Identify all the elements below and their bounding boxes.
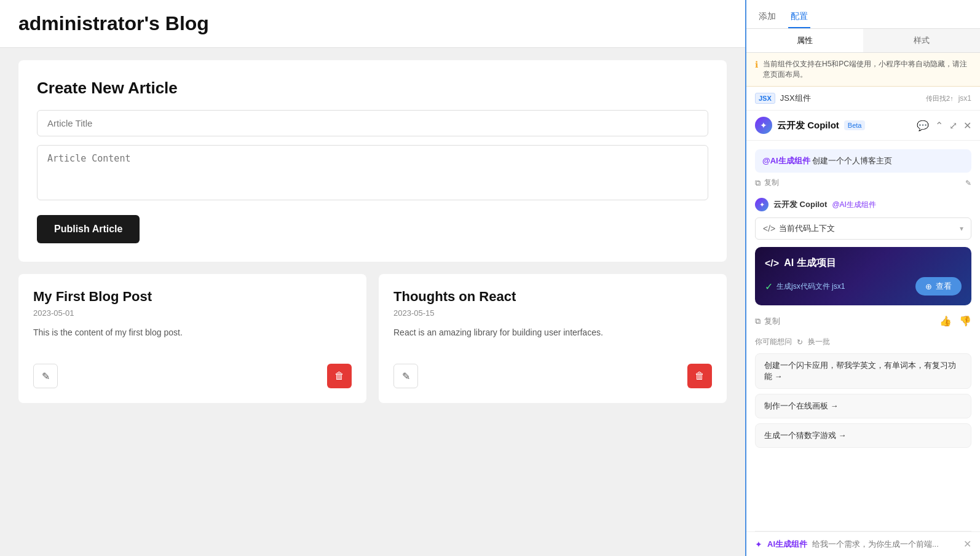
post-card-0: My First Blog Post 2023-05-01 This is th… [18, 274, 366, 403]
user-ai-tag: @AI生成组件 [762, 156, 810, 165]
delete-button-0[interactable]: 🗑 [327, 364, 352, 388]
blog-content: Create New Article Publish Article My Fi… [0, 48, 745, 415]
copilot-logo-icon: ✦ [755, 117, 772, 134]
post-title-0: My First Blog Post [33, 289, 352, 305]
close-icon[interactable]: ✕ [963, 120, 971, 131]
copy-row-user: ⧉ 复制 ✎ [755, 175, 971, 190]
warning-text: 当前组件仅支持在H5和PC端使用，小程序中将自动隐藏，请注意页面布局。 [763, 59, 971, 80]
props-tab-button[interactable]: 属性 [746, 29, 863, 52]
post-date-0: 2023-05-01 [33, 308, 352, 318]
copy-row2-left: ⧉ 复制 [755, 316, 780, 327]
delete-button-1[interactable]: 🗑 [687, 364, 712, 388]
article-title-input[interactable] [37, 110, 708, 136]
post-content-1: React is an amazing library for building… [393, 326, 712, 339]
copilot-input-area: ✦ AI生成组件 ✕ [746, 531, 980, 556]
post-card-1: Thoughts on React 2023-05-15 React is an… [379, 274, 727, 403]
thumbs-down-icon[interactable]: 👎 [959, 315, 971, 327]
suggestions-label: 你可能想问 [755, 337, 792, 347]
style-tab-button[interactable]: 样式 [863, 29, 980, 52]
jsx-source: 传田找2↑ [926, 94, 954, 103]
ai-response-name: 云开发 Copilot [773, 199, 827, 210]
main-blog-area: administrator's Blog Create New Article … [0, 0, 746, 556]
copy-row-ai: ⧉ 复制 👍 👎 [755, 311, 971, 331]
ai-project-title: </> AI 生成项目 [765, 257, 962, 270]
jsx-id: jsx1 [958, 94, 971, 103]
blog-header: administrator's Blog [0, 0, 745, 48]
code-context-row[interactable]: </> 当前代码上下文 ▾ [755, 217, 971, 240]
warning-box: ℹ 当前组件仅支持在H5和PC端使用，小程序中将自动隐藏，请注意页面布局。 [746, 53, 980, 87]
copilot-header: ✦ 云开发 Copilot Beta 💬 ⌃ ⤢ ✕ [746, 111, 980, 141]
ai-response-header: ✦ 云开发 Copilot @AI生成组件 [755, 198, 971, 211]
ai-project-status: ✓ 生成jsx代码文件 jsx1 ⊕ 查看 [765, 277, 962, 296]
warning-icon: ℹ [755, 60, 758, 69]
tab-config[interactable]: 配置 [788, 6, 810, 28]
chevron-down-icon: ▾ [960, 224, 963, 233]
check-circle-icon: ✓ [765, 281, 773, 292]
view-button[interactable]: ⊕ 查看 [915, 277, 962, 296]
create-article-heading: Create New Article [37, 79, 708, 98]
post-content-0: This is the content of my first blog pos… [33, 326, 352, 339]
jsx-label: JSX组件 [780, 93, 921, 104]
chat-icon[interactable]: 💬 [917, 120, 929, 131]
project-status-text: 生成jsx代码文件 jsx1 [776, 281, 845, 292]
article-content-input[interactable] [37, 145, 708, 200]
close-input-icon[interactable]: ✕ [963, 538, 971, 550]
ai-response-tag: @AI生成组件 [832, 200, 876, 210]
code-context-label: 当前代码上下文 [779, 223, 835, 234]
jsx-badge: JSX [755, 93, 775, 104]
refresh-label[interactable]: 换一批 [808, 337, 830, 347]
suggestion-item-2[interactable]: 生成一个猜数字游戏 → [755, 423, 971, 448]
status-left: ✓ 生成jsx代码文件 jsx1 [765, 281, 845, 292]
post-title-1: Thoughts on React [393, 289, 712, 305]
create-article-card: Create New Article Publish Article [18, 60, 727, 262]
edit-icon-user[interactable]: ✎ [965, 179, 971, 187]
code-context-left: </> 当前代码上下文 [763, 223, 835, 234]
copilot-logo-sm: ✦ [755, 198, 769, 211]
plus-circle-icon: ⊕ [925, 282, 932, 291]
code-brackets-icon: </> [765, 258, 779, 269]
tab-bar: 添加 配置 [746, 0, 980, 29]
user-message-content: 创建一个个人博客主页 [812, 156, 892, 165]
copilot-messages: @AI生成组件 创建一个个人博客主页 ⧉ 复制 ✎ ✦ 云开发 Copilot … [746, 141, 980, 531]
ai-project-card: </> AI 生成项目 ✓ 生成jsx代码文件 jsx1 ⊕ 查看 [755, 247, 971, 305]
blog-title: administrator's Blog [18, 12, 727, 35]
post-actions-0: ✎ 🗑 [33, 364, 352, 388]
post-actions-1: ✎ 🗑 [393, 364, 712, 388]
jsx-component-row[interactable]: JSX JSX组件 传田找2↑ jsx1 [746, 87, 980, 111]
suggestion-item-1[interactable]: 制作一个在线画板 → [755, 394, 971, 418]
post-date-1: 2023-05-15 [393, 308, 712, 318]
suggestions-header: 你可能想问 ↻ 换一批 [755, 337, 971, 347]
right-panel: 添加 配置 属性 样式 ℹ 当前组件仅支持在H5和PC端使用，小程序中将自动隐藏… [746, 0, 980, 556]
external-link-icon[interactable]: ⤢ [949, 120, 957, 131]
publish-article-button[interactable]: Publish Article [37, 215, 140, 243]
user-message-box: @AI生成组件 创建一个个人博客主页 [755, 149, 971, 173]
posts-grid: My First Blog Post 2023-05-01 This is th… [18, 274, 727, 403]
copilot-input-field[interactable] [812, 539, 958, 549]
expand-icon[interactable]: ⌃ [935, 120, 943, 131]
copilot-title: 云开发 Copilot [777, 120, 839, 131]
refresh-icon[interactable]: ↻ [797, 338, 803, 347]
code-icon: </> [763, 224, 775, 233]
copy-icon-user[interactable]: ⧉ [755, 178, 761, 188]
copy-row2-right: 👍 👎 [939, 315, 971, 327]
edit-button-1[interactable]: ✎ [393, 364, 418, 388]
copy-label-ai[interactable]: 复制 [764, 316, 780, 327]
copilot-actions: 💬 ⌃ ⤢ ✕ [917, 120, 971, 131]
suggestion-item-0[interactable]: 创建一个闪卡应用，帮我学英文，有单词本，有复习功能 → [755, 353, 971, 389]
ai-input-tag: AI生成组件 [767, 539, 807, 550]
star-icon: ✦ [755, 539, 762, 549]
thumbs-up-icon[interactable]: 👍 [939, 315, 952, 327]
edit-button-0[interactable]: ✎ [33, 364, 58, 388]
copy-icon-ai[interactable]: ⧉ [755, 316, 761, 326]
beta-badge: Beta [844, 120, 866, 130]
copy-label-user[interactable]: 复制 [764, 178, 779, 188]
props-style-panel: 属性 样式 [746, 29, 980, 53]
tab-add[interactable]: 添加 [756, 6, 778, 28]
